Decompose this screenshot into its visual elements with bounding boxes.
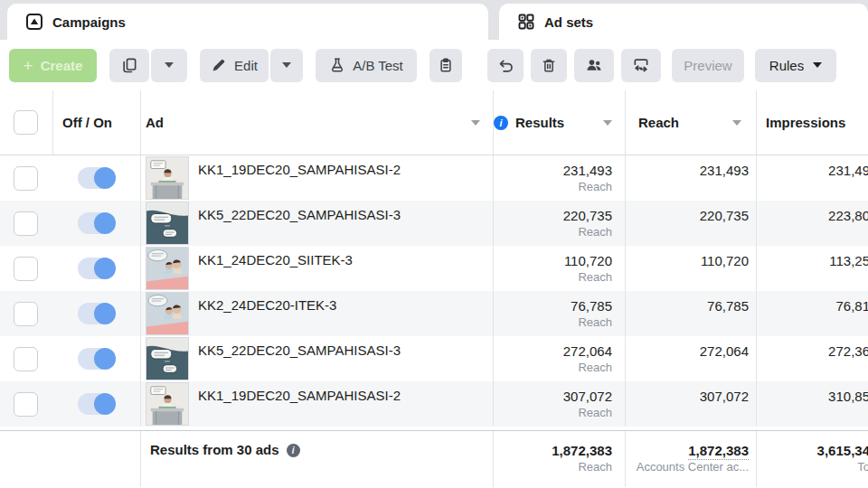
table-row: KK1_19DEC20_SAMPAHISASI-2 231,493Reach 2… [0,155,868,201]
footer-results-total: 1,872,383 [494,442,612,459]
ad-name-link[interactable]: KK5_22DEC20_SAMPAHISASI-3 [198,207,401,222]
sort-caret-icon[interactable] [603,120,612,126]
reach-value: 231,493 [626,162,749,179]
chevron-down-icon [282,62,291,68]
tab-campaigns[interactable]: Campaigns [7,4,488,40]
table-header-row: Off / On Ad i Results Reach Impressions [0,90,868,155]
chevron-down-icon [165,62,174,68]
tab-ad-sets-label: Ad sets [544,14,593,30]
ad-name-link[interactable]: KK1_24DEC20_SIITEK-3 [198,252,353,267]
duplicate-icon [120,56,138,74]
results-sub-label: Reach [494,314,612,331]
impressions-value: 223,80 [757,207,868,224]
row-checkbox[interactable] [14,257,38,281]
toolbar: + Create Edit A/B Test [0,40,868,90]
reach-value: 220,735 [626,207,749,224]
flask-icon [329,57,345,73]
results-info-icon[interactable]: i [494,116,508,130]
table-row: KK5_22DEC20_SAMPAHISASI-3 220,735Reach 2… [0,201,868,246]
duplicate-button[interactable] [109,49,149,82]
campaigns-folder-icon [25,13,43,31]
pencil-icon [211,57,227,73]
people-icon [585,56,603,74]
table-row: KK1_19DEC20_SAMPAHISASI-2 307,072Reach 3… [0,381,868,427]
ad-thumbnail[interactable] [146,202,189,245]
rules-button-label: Rules [769,58,804,73]
row-checkbox[interactable] [14,302,38,326]
clipboard-button[interactable] [429,49,462,82]
tab-campaigns-label: Campaigns [52,14,126,30]
rules-button[interactable]: Rules [755,49,836,82]
results-column-header[interactable]: Results [515,115,564,130]
row-checkbox[interactable] [14,211,38,236]
table-footer-row: Results from 30 ads i 1,872,383 Reach 1,… [0,430,868,487]
ad-active-toggle[interactable] [78,348,116,370]
results-value: 231,493 [494,162,612,179]
off-on-column-header: Off / On [62,115,112,130]
reach-value: 307,072 [626,388,749,405]
ad-active-toggle[interactable] [78,258,116,279]
table-row: KK5_22DEC20_SAMPAHISASI-3 272,064Reach 2… [0,336,868,381]
impressions-value: 231,49 [757,162,868,179]
ab-test-button[interactable]: A/B Test [316,49,417,82]
ad-active-toggle[interactable] [78,167,116,189]
preview-button-label: Preview [684,58,731,73]
sort-caret-icon[interactable] [732,120,741,126]
row-checkbox[interactable] [14,392,38,417]
ad-thumbnail[interactable] [146,247,189,290]
ad-thumbnail[interactable] [146,156,189,200]
clipboard-icon [438,57,454,73]
table-row: KK1_24DEC20_SIITEK-3 110,720Reach 110,72… [0,246,868,291]
ad-thumbnail[interactable] [146,382,189,426]
ad-name-link[interactable]: KK5_22DEC20_SAMPAHISASI-3 [198,343,401,358]
results-value: 272,064 [494,343,612,360]
footer-reach-total[interactable]: 1,872,383 [688,443,749,460]
plus-icon: + [24,57,33,74]
results-sub-label: Reach [494,405,612,421]
footer-info-icon[interactable]: i [287,444,300,457]
export-button[interactable] [621,49,661,82]
delete-button[interactable] [531,49,567,82]
create-button[interactable]: + Create [9,49,97,82]
ad-active-toggle[interactable] [78,303,116,324]
ad-name-link[interactable]: KK1_19DEC20_SAMPAHISASI-2 [198,388,401,403]
duplicate-dropdown-button[interactable] [151,49,187,82]
ad-name-link[interactable]: KK1_19DEC20_SAMPAHISASI-2 [198,162,401,177]
reach-value: 76,785 [626,297,749,314]
chevron-down-icon [813,62,822,68]
results-sub-label: Reach [494,360,612,376]
audiences-button[interactable] [574,49,614,82]
row-checkbox[interactable] [14,166,38,191]
impressions-value: 310,85 [757,388,868,405]
impressions-value: 76,81 [757,297,868,314]
footer-results-sub: Reach [494,459,612,475]
undo-button[interactable] [487,49,524,82]
select-all-checkbox[interactable] [14,110,38,135]
ad-thumbnail[interactable] [146,292,189,335]
ad-name-link[interactable]: KK2_24DEC20-ITEK-3 [198,297,336,313]
preview-button[interactable]: Preview [672,49,744,82]
table-row: KK2_24DEC20-ITEK-3 76,785Reach 76,785 76… [0,291,868,336]
tab-ad-sets[interactable]: Ad sets [499,4,868,40]
ads-manager-app: Campaigns Ad sets + Create Edit [0,0,868,488]
ad-thumbnail[interactable] [146,337,189,380]
reach-column-header[interactable]: Reach [638,115,679,130]
sort-caret-icon[interactable] [471,120,480,126]
ad-active-toggle[interactable] [78,393,116,415]
impressions-column-header[interactable]: Impressions [766,115,845,130]
reach-value: 110,720 [626,252,749,269]
export-arrows-icon [632,56,650,74]
edit-dropdown-button[interactable] [270,49,303,82]
ads-table: Off / On Ad i Results Reach Impressions [0,90,868,487]
ad-column-header[interactable]: Ad [146,115,164,130]
footer-reach-sub: Accounts Center ac... [626,459,749,475]
edit-button[interactable]: Edit [200,49,269,82]
reach-value: 272,064 [626,343,749,360]
footer-impressions-sub: To [757,459,868,475]
row-checkbox[interactable] [14,347,38,371]
edit-button-label: Edit [234,58,258,73]
ad-sets-grid-icon [517,13,535,31]
ad-active-toggle[interactable] [78,212,116,234]
trash-icon [541,57,557,73]
results-sub-label: Reach [494,224,612,240]
